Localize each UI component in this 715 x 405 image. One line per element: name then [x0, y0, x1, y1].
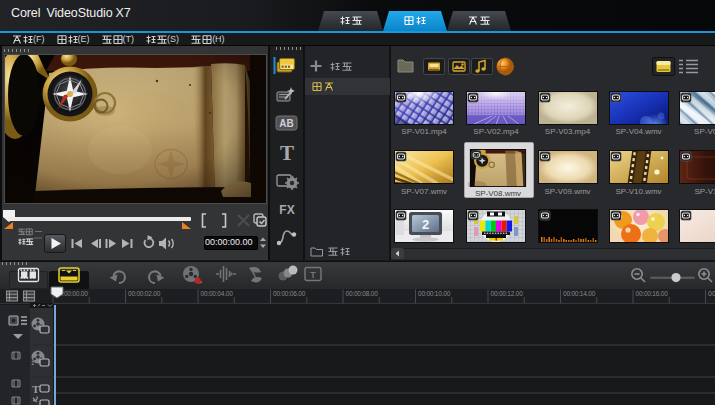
svg-text:T: T: [310, 270, 316, 280]
svg-text:FX: FX: [279, 203, 294, 217]
svg-text:AB: AB: [279, 118, 293, 129]
svg-text:T: T: [280, 141, 294, 165]
svg-text:T: T: [32, 383, 40, 395]
svg-text:2: 2: [422, 217, 429, 232]
